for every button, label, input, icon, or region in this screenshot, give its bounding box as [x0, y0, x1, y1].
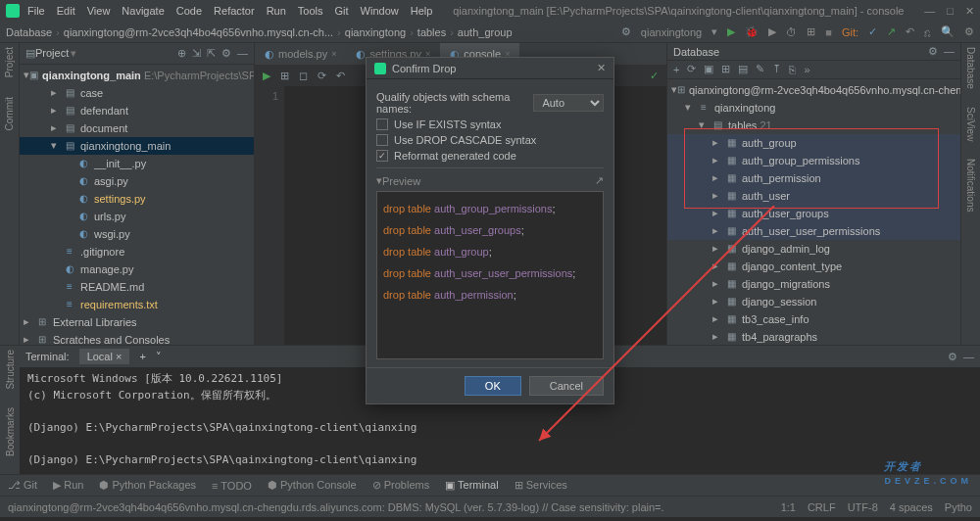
menu-git[interactable]: Git — [335, 5, 349, 17]
status-line-sep[interactable]: CRLF — [808, 501, 836, 513]
chevron-down-icon[interactable]: ˅ — [156, 351, 162, 363]
status-interpreter[interactable]: Pytho — [945, 501, 972, 513]
chevron-down-icon[interactable]: ▾ — [71, 47, 76, 60]
expand-icon[interactable]: ⇲ — [192, 47, 201, 60]
filter-icon[interactable]: ▤ — [738, 63, 748, 75]
tool-python-packages[interactable]: ⬢ Python Packages — [99, 479, 196, 492]
menu-help[interactable]: Help — [411, 5, 433, 17]
add-icon[interactable]: + — [673, 64, 679, 75]
breadcrumb-item[interactable]: auth_group — [458, 26, 513, 38]
qualify-select[interactable]: Auto — [533, 94, 604, 112]
project-item-README.md[interactable]: ≡README.md — [20, 278, 254, 296]
git-push-icon[interactable]: ↗ — [887, 25, 896, 38]
breadcrumb-item[interactable]: qianxingtong — [345, 26, 406, 38]
menu-file[interactable]: File — [27, 5, 45, 17]
project-item-defendant[interactable]: ▸▤defendant — [20, 102, 254, 119]
menu-tools[interactable]: Tools — [298, 5, 323, 17]
db-table-django_content_type[interactable]: ▸▦django_content_type — [667, 258, 960, 275]
project-item-settings.py[interactable]: ◐settings.py — [20, 190, 254, 208]
git-history-icon[interactable]: ↶ — [906, 25, 914, 38]
tool-bookmarks[interactable]: Bookmarks — [5, 407, 16, 456]
runconfig-icon[interactable]: ⚙ — [621, 25, 631, 38]
tool-problems[interactable]: ⊘ Problems — [372, 479, 430, 492]
add-tab-icon[interactable]: + — [139, 351, 145, 362]
search-icon[interactable]: 🔍 — [941, 25, 955, 38]
stop-icon[interactable]: ■ — [825, 26, 832, 38]
project-item-.gitignore[interactable]: ≡.gitignore — [20, 243, 254, 260]
close-icon[interactable]: ✕ — [965, 5, 974, 18]
stop-icon[interactable]: ▣ — [704, 63, 713, 75]
tool-run[interactable]: ▶ Run — [53, 479, 83, 492]
menu-window[interactable]: Window — [361, 5, 399, 17]
breadcrumb-item[interactable]: qianxingtong@rm-2vce3qh4bo4q656vnho.mysq… — [64, 26, 333, 38]
db-table-auth_user_user_permissions[interactable]: ▸▦auth_user_user_permissions — [667, 222, 960, 240]
tool-services[interactable]: ⊞ Services — [514, 479, 567, 492]
run-icon[interactable]: ▶ — [727, 25, 735, 38]
project-item-requirements.txt[interactable]: ≡requirements.txt — [20, 296, 254, 313]
tool-todo[interactable]: ≡ TODO — [212, 480, 252, 492]
chevron-down-icon[interactable]: ▾ — [711, 25, 717, 38]
maximize-icon[interactable]: □ — [947, 5, 954, 18]
hide-icon[interactable]: — — [944, 45, 955, 58]
ok-button[interactable]: OK — [465, 376, 521, 396]
db-table-tb4_paragraphs[interactable]: ▸▦tb4_paragraphs — [667, 328, 960, 345]
project-item-urls.py[interactable]: ◐urls.py — [20, 208, 254, 225]
rollback-icon[interactable]: ↶ — [336, 70, 345, 82]
db-table-django_admin_log[interactable]: ▸▦django_admin_log — [667, 240, 960, 258]
project-item-document[interactable]: ▸▤document — [20, 119, 254, 137]
tool-python-console[interactable]: ⬢ Python Console — [268, 479, 357, 492]
close-tab-icon[interactable]: × — [331, 49, 336, 59]
more-icon[interactable]: » — [804, 64, 809, 75]
project-External Libraries[interactable]: ▸⊞External Libraries — [20, 313, 254, 331]
project-item-asgi.py[interactable]: ◐asgi.py — [20, 172, 254, 190]
tool-terminal[interactable]: ▣ Terminal — [445, 479, 498, 492]
settings-icon[interactable]: ⚙ — [221, 47, 231, 60]
settings-icon[interactable]: ⚙ — [928, 45, 938, 58]
edit-icon[interactable]: ✎ — [756, 63, 764, 75]
db-connection[interactable]: ▾⊞qianxingtong@rm-2vce3qh4bo4q656vnho.my… — [667, 81, 960, 99]
terminal-tab[interactable]: Local × — [79, 349, 130, 364]
collapse-icon[interactable]: ⇱ — [207, 47, 216, 60]
commit-icon[interactable]: ⟳ — [318, 70, 326, 82]
status-indent[interactable]: 4 spaces — [890, 501, 933, 513]
editor-tab-models.py[interactable]: ◐models.py× — [255, 43, 346, 65]
tool-sciview[interactable]: SciView — [965, 107, 976, 141]
project-item-__init__.py[interactable]: ◐__init__.py — [20, 155, 254, 172]
db-table-django_session[interactable]: ▸▦django_session — [667, 293, 960, 310]
breadcrumb-item[interactable]: tables — [417, 26, 446, 38]
checkbox-reformat[interactable]: ✓ — [376, 150, 388, 162]
project-item-manage.py[interactable]: ◐manage.py — [20, 260, 254, 278]
project-item-case[interactable]: ▸▤case — [20, 84, 254, 102]
tool-git[interactable]: ⎇ Git — [8, 479, 37, 492]
tool-project[interactable]: Project — [4, 47, 15, 77]
cancel-button[interactable]: Cancel — [529, 376, 604, 396]
refresh-icon[interactable]: ⟳ — [687, 63, 696, 75]
query-plan-icon[interactable]: ⊞ — [280, 70, 289, 82]
status-encoding[interactable]: UTF-8 — [848, 501, 878, 513]
menu-run[interactable]: Run — [267, 5, 286, 17]
stop-icon[interactable]: ◻ — [299, 70, 308, 82]
settings-icon[interactable]: ⚙ — [964, 25, 974, 38]
project-item-wsgi.py[interactable]: ◐wsgi.py — [20, 225, 254, 243]
project-root[interactable]: ▾▣qianxingtong_main E:\PycharmProjects\S… — [20, 67, 254, 84]
console-icon[interactable]: ⊞ — [721, 63, 730, 75]
menu-navigate[interactable]: Navigate — [122, 5, 164, 17]
breadcrumb-item[interactable]: Database — [6, 26, 52, 38]
checkbox-cascade[interactable] — [376, 134, 388, 146]
debug-icon[interactable]: 🐞 — [745, 25, 759, 38]
db-table-django_migrations[interactable]: ▸▦django_migrations — [667, 275, 960, 293]
menu-view[interactable]: View — [87, 5, 111, 17]
execute-icon[interactable]: ▶ — [263, 70, 270, 82]
sync-icon[interactable]: ⤒ — [772, 63, 781, 75]
menu-code[interactable]: Code — [176, 5, 202, 17]
checkbox-if-exists[interactable] — [376, 118, 388, 130]
status-position[interactable]: 1:1 — [781, 501, 796, 513]
tool-database[interactable]: Database — [965, 47, 976, 89]
coverage-icon[interactable]: ▶ — [768, 25, 776, 38]
project-item-qianxingtong_main[interactable]: ▾▤qianxingtong_main — [20, 137, 254, 155]
hide-icon[interactable]: — — [237, 47, 248, 60]
concurrency-icon[interactable]: ⊞ — [807, 25, 815, 38]
db-schema[interactable]: ▾≡qianxingtong — [667, 99, 960, 117]
settings-icon[interactable]: ⚙ — [948, 351, 957, 363]
hide-icon[interactable]: — — [963, 351, 974, 363]
